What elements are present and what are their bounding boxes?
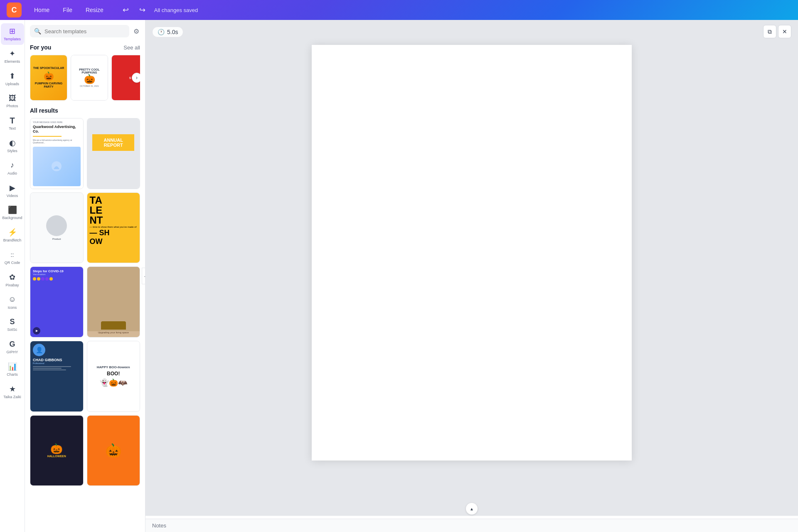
template-pumpkin-art[interactable]: 🎃 (87, 415, 140, 486)
elements-label: Elements (5, 59, 20, 64)
canvas-page (312, 45, 632, 461)
filter-button[interactable]: ⚙ (133, 27, 140, 36)
template-halloween-dark[interactable]: 🎃 HALLOWEEN (30, 415, 84, 486)
text-label: Text (9, 126, 16, 131)
search-input[interactable] (44, 28, 125, 34)
notes-label: Notes (152, 522, 166, 529)
template-covid[interactable]: Steps for COVID-19 Vaccination (30, 266, 84, 337)
charts-icon: 📊 (8, 362, 17, 371)
sidebar-item-qr[interactable]: :: QR Code (1, 247, 24, 268)
sidebar-item-taika[interactable]: ★ Taika Zaiki (1, 381, 24, 403)
taika-label: Taika Zaiki (3, 395, 21, 399)
undo-button[interactable]: ↩ (119, 3, 133, 17)
background-label: Background (2, 216, 22, 220)
taika-icon: ★ (8, 384, 17, 394)
uploads-label: Uploads (5, 82, 19, 86)
expand-button[interactable]: ✕ (778, 25, 791, 38)
copy-button[interactable]: ⧉ (763, 25, 776, 38)
search-wrapper[interactable]: 🔍 (30, 25, 129, 37)
photos-icon: 🖼 (8, 94, 17, 103)
canvas-toolbar: ⧉ ✕ (763, 25, 791, 38)
template-pretty-pumpkins[interactable]: PRETTY COOL PUMPKINS 🎃 OCTOBER 31, 2021 (71, 55, 108, 101)
app-logo: C (7, 2, 22, 17)
sidebar-item-background[interactable]: ⬛ Background (1, 202, 24, 224)
uploads-icon: ⬆ (8, 71, 17, 81)
quarkwood-img (33, 147, 81, 186)
sidebar-item-pixabay[interactable]: ✿ Pixabay (1, 269, 24, 291)
redo-button[interactable]: ↪ (136, 3, 149, 17)
sidebar-item-audio[interactable]: ♪ Audio (1, 158, 24, 179)
sidebar-item-sotsc[interactable]: S SotSc (1, 314, 24, 335)
play-icon (33, 327, 40, 335)
sidebar-icons: ⊞ Templates ✦ Elements ⬆ Uploads 🖼 Photo… (0, 20, 25, 532)
template-halloween-boo[interactable]: HAPPY BOO-lloween BOO! 👻🎃🦇 (87, 341, 140, 412)
all-results-title: All results (30, 107, 140, 114)
audio-label: Audio (7, 171, 17, 176)
home-button[interactable]: Home (28, 4, 55, 16)
main-layout: ⊞ Templates ✦ Elements ⬆ Uploads 🖼 Photo… (0, 20, 798, 532)
collapse-panel-button[interactable]: ◀ (142, 268, 145, 284)
sidebar-item-uploads[interactable]: ⬆ Uploads (1, 68, 24, 90)
timer-badge: 🕐 5.0s (152, 27, 183, 37)
notes-bar: Notes (145, 519, 798, 532)
all-results-section: All results YOUR MESSAGE GOES HERE Quark… (30, 107, 140, 486)
sidebar-item-templates[interactable]: ⊞ Templates (1, 23, 24, 45)
sidebar-item-videos[interactable]: ▶ Videos (1, 180, 24, 202)
photos-label: Photos (6, 104, 18, 108)
qr-icon: :: (8, 250, 17, 259)
templates-icon: ⊞ (8, 27, 17, 36)
sidebar-item-elements[interactable]: ✦ Elements (1, 46, 24, 67)
sidebar-item-brandfetch[interactable]: ⚡ Brandfetch (1, 224, 24, 246)
template-pumpkin-party[interactable]: THE SPOOKTACULAR 🎃 PUMPKIN CARVING PARTY (30, 55, 67, 101)
videos-label: Videos (7, 194, 18, 198)
icons-label: Icons (8, 305, 17, 310)
charts-label: Charts (7, 372, 18, 377)
resize-button[interactable]: Resize (80, 4, 109, 16)
text-icon: T (8, 116, 17, 125)
sidebar-item-text[interactable]: T Text (1, 113, 24, 134)
pixabay-icon: ✿ (8, 273, 17, 282)
styles-icon: ◐ (8, 138, 17, 148)
templates-scroll: For you See all THE SPOOKTACULAR 🎃 PUMPK… (25, 41, 145, 532)
template-product[interactable]: Product (30, 192, 84, 264)
search-icon: 🔍 (34, 28, 41, 34)
sotsc-label: SotSc (7, 328, 17, 332)
sidebar-item-styles[interactable]: ◐ Styles (1, 135, 24, 157)
template-annual-report[interactable]: ANNUAL REPORT (87, 118, 140, 189)
canvas-area: 🕐 5.0s ⧉ ✕ + Add page ▲ Notes (145, 20, 798, 532)
pixabay-label: Pixabay (5, 283, 19, 288)
pretty-pumpkins-thumb: PRETTY COOL PUMPKINS 🎃 OCTOBER 31, 2021 (71, 55, 108, 100)
sidebar-item-photos[interactable]: 🖼 Photos (1, 90, 24, 112)
topbar: C Home File Resize ↩ ↪ All changes saved (0, 0, 798, 20)
scroll-right-button[interactable]: › (132, 73, 140, 83)
template-talent-show[interactable]: TALENT — time to show them what you've m… (87, 192, 140, 264)
topbar-nav: Home File Resize (28, 4, 109, 16)
styles-label: Styles (7, 149, 17, 153)
for-you-title: For you (30, 44, 51, 51)
template-quarkwood[interactable]: YOUR MESSAGE GOES HERE Quarkwood Adverti… (30, 118, 84, 189)
templates-label: Templates (4, 37, 21, 42)
file-button[interactable]: File (57, 4, 78, 16)
topbar-actions: ↩ ↪ All changes saved (119, 3, 198, 17)
sidebar-item-icons[interactable]: ☺ Icons (1, 292, 24, 313)
giphy-label: GIPHY (6, 350, 18, 355)
for-you-header: For you See all (30, 44, 140, 51)
brandfetch-icon: ⚡ (8, 228, 17, 237)
sidebar-item-charts[interactable]: 📊 Charts (1, 359, 24, 380)
pumpkin-thumb: THE SPOOKTACULAR 🎃 PUMPKIN CARVING PARTY (30, 55, 67, 100)
show-more-button[interactable]: ▲ (466, 503, 478, 515)
template-chad[interactable]: 👤 CHAD GIBBONS Professional (30, 341, 84, 412)
elements-icon: ✦ (8, 49, 17, 58)
clock-icon: 🕐 (158, 29, 165, 35)
see-all-button[interactable]: See all (123, 44, 140, 51)
qr-label: QR Code (5, 261, 20, 265)
templates-grid: YOUR MESSAGE GOES HERE Quarkwood Adverti… (30, 118, 140, 486)
template-interior[interactable]: Upgrading your living space (87, 266, 140, 337)
saved-status: All changes saved (154, 7, 198, 13)
videos-icon: ▶ (8, 183, 17, 192)
search-bar: 🔍 ⚙ (25, 20, 145, 41)
background-icon: ⬛ (8, 205, 17, 214)
icons-icon: ☺ (8, 295, 17, 304)
for-you-row: THE SPOOKTACULAR 🎃 PUMPKIN CARVING PARTY… (30, 55, 140, 101)
sidebar-item-giphy[interactable]: G GIPHY (1, 336, 24, 358)
